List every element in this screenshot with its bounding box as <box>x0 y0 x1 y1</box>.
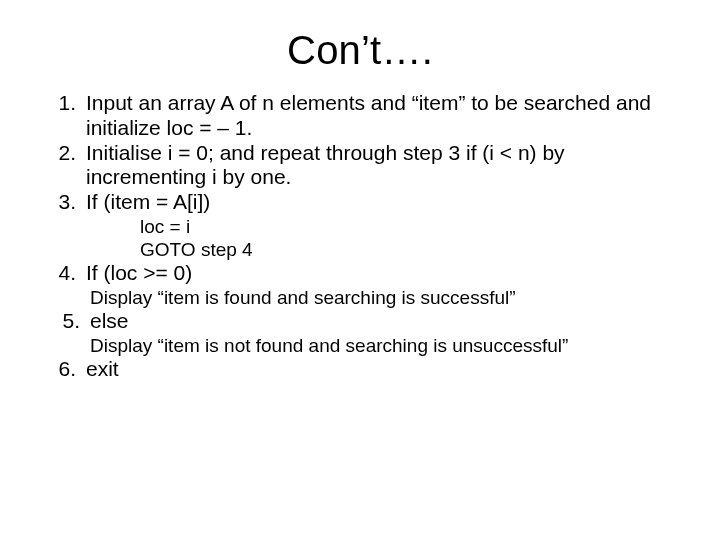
item-number: 5. <box>46 309 90 334</box>
item-text: Initialise i = 0; and repeat through ste… <box>86 141 674 191</box>
list-item: 3. If (item = A[i]) <box>46 190 674 215</box>
sub-item: GOTO step 4 <box>46 238 674 261</box>
sub-item: loc = i <box>46 215 674 238</box>
ordered-list: 1. Input an array A of n elements and “i… <box>46 91 674 382</box>
item-text: exit <box>86 357 674 382</box>
list-item: 5. else <box>46 309 674 334</box>
item-number: 2. <box>46 141 86 166</box>
sub-item: Display “item is found and searching is … <box>46 286 674 309</box>
slide: Con’t…. 1. Input an array A of n element… <box>0 0 720 540</box>
item-number: 1. <box>46 91 86 116</box>
sub-item: Display “item is not found and searching… <box>46 334 674 357</box>
item-number: 3. <box>46 190 86 215</box>
slide-title: Con’t…. <box>0 0 720 91</box>
item-number: 4. <box>46 261 86 286</box>
list-item: 4. If (loc >= 0) <box>46 261 674 286</box>
item-text: else <box>90 309 674 334</box>
item-text: If (loc >= 0) <box>86 261 674 286</box>
list-item: 6. exit <box>46 357 674 382</box>
item-number: 6. <box>46 357 86 382</box>
list-item: 1. Input an array A of n elements and “i… <box>46 91 674 141</box>
item-text: If (item = A[i]) <box>86 190 674 215</box>
item-text: Input an array A of n elements and “item… <box>86 91 674 141</box>
list-item: 2. Initialise i = 0; and repeat through … <box>46 141 674 191</box>
slide-body: 1. Input an array A of n elements and “i… <box>0 91 720 382</box>
